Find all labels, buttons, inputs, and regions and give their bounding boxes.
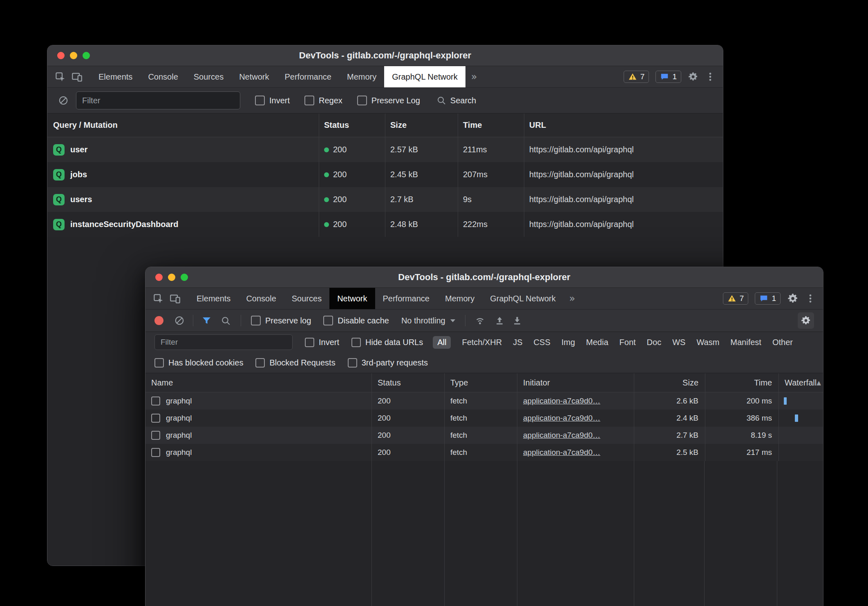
type-filter-other[interactable]: Other (772, 338, 793, 347)
row-checkbox[interactable] (151, 397, 160, 405)
checkbox-box[interactable] (351, 338, 361, 347)
table-row[interactable]: graphql 200 fetch application-a7ca9d0… 2… (145, 427, 823, 444)
column-header-time[interactable]: Time (458, 114, 524, 137)
blocked-requests-checkbox[interactable]: Blocked Requests (255, 358, 335, 368)
type-filter-img[interactable]: Img (562, 338, 575, 347)
minimize-button[interactable] (70, 52, 77, 59)
column-header-size[interactable]: Size (385, 114, 458, 137)
checkbox-box[interactable] (305, 338, 314, 347)
row-checkbox[interactable] (151, 431, 160, 440)
type-filter-wasm[interactable]: Wasm (696, 338, 719, 347)
tab-network[interactable]: Network (231, 66, 277, 87)
table-row[interactable]: Q users 200 2.7 kB 9s https://gitlab.com… (47, 187, 723, 212)
warnings-badge[interactable]: 7 (624, 71, 649, 83)
checkbox-box[interactable] (348, 358, 357, 368)
checkbox-box[interactable] (154, 358, 164, 368)
type-filter-font[interactable]: Font (620, 338, 636, 347)
tab-sources[interactable]: Sources (284, 288, 329, 309)
tab-performance[interactable]: Performance (277, 66, 340, 87)
column-header-query[interactable]: Query / Mutation (47, 114, 319, 137)
initiator-link[interactable]: application-a7ca9d0… (523, 414, 600, 423)
table-row[interactable]: Q instanceSecurityDashboard 200 2.48 kB … (47, 212, 723, 237)
device-toolbar-icon[interactable] (72, 71, 83, 82)
export-har-icon[interactable] (512, 316, 522, 326)
type-filter-fetch-xhr[interactable]: Fetch/XHR (462, 338, 502, 347)
table-row[interactable]: Q user 200 2.57 kB 211ms https://gitlab.… (47, 137, 723, 162)
column-header-type[interactable]: Type (445, 373, 517, 392)
tab-elements[interactable]: Elements (91, 66, 140, 87)
invert-checkbox[interactable]: Invert (305, 338, 339, 347)
import-har-icon[interactable] (494, 316, 505, 326)
checkbox-box[interactable] (323, 316, 333, 325)
tab-network[interactable]: Network (329, 288, 375, 309)
close-button[interactable] (57, 52, 65, 59)
tab-graphql-network[interactable]: GraphQL Network (482, 288, 563, 309)
checkbox-box[interactable] (304, 96, 314, 105)
checkbox-box[interactable] (255, 358, 265, 368)
initiator-link[interactable]: application-a7ca9d0… (523, 431, 600, 440)
table-row[interactable]: graphql 200 fetch application-a7ca9d0… 2… (145, 392, 823, 410)
initiator-link[interactable]: application-a7ca9d0… (523, 448, 600, 457)
tab-elements[interactable]: Elements (189, 288, 238, 309)
tab-memory[interactable]: Memory (437, 288, 482, 309)
tab-sources[interactable]: Sources (186, 66, 231, 87)
kebab-menu-icon[interactable] (805, 293, 816, 304)
warnings-badge[interactable]: 7 (723, 292, 749, 305)
type-filter-ws[interactable]: WS (672, 338, 685, 347)
device-toolbar-icon[interactable] (170, 293, 181, 304)
clear-icon[interactable] (58, 95, 69, 106)
search-icon[interactable] (221, 316, 231, 326)
inspect-element-icon[interactable] (153, 293, 164, 304)
invert-checkbox[interactable]: Invert (255, 96, 290, 105)
column-header-time[interactable]: Time (705, 373, 779, 392)
column-header-initiator[interactable]: Initiator (517, 373, 634, 392)
clear-icon[interactable] (174, 315, 185, 326)
has-blocked-cookies-checkbox[interactable]: Has blocked cookies (154, 358, 243, 368)
column-header-status[interactable]: Status (319, 114, 385, 137)
column-header-status[interactable]: Status (372, 373, 445, 392)
settings-gear-icon[interactable] (787, 293, 799, 304)
checkbox-box[interactable] (255, 96, 265, 105)
table-row[interactable]: graphql 200 fetch application-a7ca9d0… 2… (145, 444, 823, 461)
type-filter-doc[interactable]: Doc (647, 338, 662, 347)
checkbox-box[interactable] (357, 96, 367, 105)
tab-console[interactable]: Console (238, 288, 284, 309)
type-filter-all[interactable]: All (433, 336, 451, 349)
preserve-log-checkbox[interactable]: Preserve Log (357, 96, 420, 105)
minimize-button[interactable] (168, 274, 175, 281)
network-conditions-icon[interactable] (474, 315, 485, 326)
tab-graphql-network[interactable]: GraphQL Network (384, 66, 465, 87)
messages-badge[interactable]: 1 (655, 71, 681, 83)
row-checkbox[interactable] (151, 414, 160, 423)
tab-performance[interactable]: Performance (375, 288, 438, 309)
column-header-size[interactable]: Size (634, 373, 705, 392)
zoom-button[interactable] (181, 274, 188, 281)
tab-memory[interactable]: Memory (339, 66, 384, 87)
messages-badge[interactable]: 1 (755, 292, 781, 305)
settings-gear-icon[interactable] (688, 71, 698, 82)
third-party-requests-checkbox[interactable]: 3rd-party requests (348, 358, 428, 368)
column-header-url[interactable]: URL (524, 114, 723, 137)
record-button[interactable] (154, 316, 163, 325)
row-checkbox[interactable] (151, 448, 160, 457)
table-row[interactable]: Q jobs 200 2.45 kB 207ms https://gitlab.… (47, 162, 723, 187)
tab-console[interactable]: Console (140, 66, 186, 87)
more-tabs-icon[interactable]: » (465, 66, 483, 87)
column-header-waterfall[interactable]: Waterfall ▲ (779, 373, 823, 392)
inspect-element-icon[interactable] (55, 71, 66, 82)
throttling-dropdown[interactable]: No throttling (401, 316, 455, 325)
zoom-button[interactable] (83, 52, 90, 59)
column-header-name[interactable]: Name (145, 373, 372, 392)
regex-checkbox[interactable]: Regex (304, 96, 342, 105)
initiator-link[interactable]: application-a7ca9d0… (523, 397, 600, 405)
checkbox-box[interactable] (251, 316, 261, 325)
preserve-log-checkbox[interactable]: Preserve log (251, 316, 311, 325)
disable-cache-checkbox[interactable]: Disable cache (323, 316, 389, 325)
type-filter-css[interactable]: CSS (534, 338, 550, 347)
kebab-menu-icon[interactable] (705, 71, 716, 82)
filter-input[interactable] (154, 334, 293, 350)
hide-data-urls-checkbox[interactable]: Hide data URLs (351, 338, 423, 347)
close-button[interactable] (155, 274, 163, 281)
filter-funnel-icon[interactable] (201, 316, 212, 326)
more-tabs-icon[interactable]: » (564, 288, 581, 309)
